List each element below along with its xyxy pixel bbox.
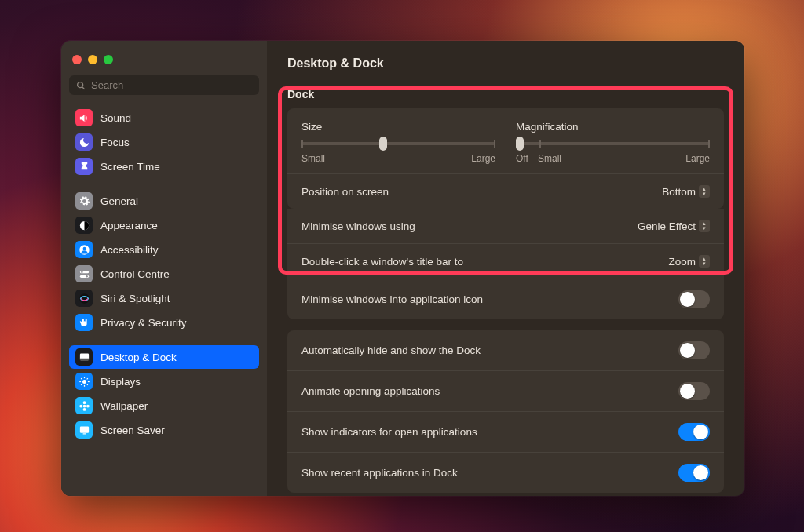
appearance-icon xyxy=(75,217,93,234)
sidebar-item-accessibility[interactable]: Accessibility xyxy=(69,238,259,261)
svg-line-19 xyxy=(86,378,87,379)
sidebar-item-privacy[interactable]: Privacy & Security xyxy=(69,311,259,334)
sidebar-item-appearance[interactable]: Appearance xyxy=(69,213,259,237)
size-max-label: Large xyxy=(471,153,495,164)
magnification-min-label: Small xyxy=(538,153,561,164)
chevron-updown-icon: ▴▾ xyxy=(699,185,710,198)
window-controls xyxy=(69,52,259,75)
sidebar-item-label: Displays xyxy=(100,376,141,388)
animate-opening-label: Animate opening applications xyxy=(302,385,440,397)
position-select[interactable]: Bottom ▴▾ xyxy=(662,185,710,198)
magnification-off-label: Off xyxy=(516,153,538,164)
minimise-using-select[interactable]: Genie Effect ▴▾ xyxy=(638,220,710,232)
minimise-using-value: Genie Effect xyxy=(638,220,696,232)
sidebar-item-label: Sound xyxy=(100,112,131,124)
svg-point-22 xyxy=(82,401,86,404)
minimise-using-label: Minimise windows using xyxy=(302,220,415,232)
svg-line-17 xyxy=(81,378,82,379)
minimize-button[interactable] xyxy=(88,55,97,64)
size-slider-thumb[interactable] xyxy=(379,137,387,151)
minimise-into-icon-row: Minimise windows into application icon xyxy=(287,279,724,319)
svg-point-8 xyxy=(86,275,88,278)
sidebar-item-label: Accessibility xyxy=(100,244,159,256)
search-input[interactable] xyxy=(91,79,253,91)
wallpaper-icon xyxy=(75,397,93,414)
show-recent-toggle[interactable] xyxy=(678,464,710,482)
sidebar-item-focus[interactable]: Focus xyxy=(69,130,259,154)
screen-time-icon xyxy=(75,158,93,175)
double-click-row: Double-click a window's title bar to Zoo… xyxy=(287,244,724,279)
search-field[interactable] xyxy=(69,75,259,95)
dock-panel-2: Automatically hide and show the Dock Ani… xyxy=(287,330,724,493)
svg-line-20 xyxy=(81,384,82,384)
sidebar-nav: SoundFocusScreen TimeGeneralAppearanceAc… xyxy=(69,106,259,453)
sidebar-item-screen-time[interactable]: Screen Time xyxy=(69,155,259,178)
animate-opening-row: Animate opening applications xyxy=(287,371,724,412)
minimise-into-icon-label: Minimise windows into application icon xyxy=(302,293,483,305)
svg-point-21 xyxy=(82,404,86,407)
double-click-label: Double-click a window's title bar to xyxy=(302,256,463,268)
dock-panel-1b: Minimise windows using Genie Effect ▴▾ D… xyxy=(287,209,724,319)
svg-point-24 xyxy=(79,404,82,407)
minimise-using-row: Minimise windows using Genie Effect ▴▾ xyxy=(287,209,724,244)
svg-point-25 xyxy=(86,404,90,407)
siri-icon xyxy=(75,290,93,307)
size-min-label: Small xyxy=(302,153,325,164)
section-title: Dock xyxy=(287,88,724,100)
sidebar-item-label: Wallpaper xyxy=(100,400,148,412)
sidebar-item-label: Siri & Spotlight xyxy=(100,293,170,304)
svg-line-18 xyxy=(86,384,87,384)
search-icon xyxy=(75,80,86,91)
sidebar-item-control-centre[interactable]: Control Centre xyxy=(69,262,259,286)
magnification-slider[interactable] xyxy=(516,142,710,145)
svg-point-12 xyxy=(82,380,86,384)
sidebar-item-wallpaper[interactable]: Wallpaper xyxy=(69,394,259,417)
chevron-updown-icon: ▴▾ xyxy=(699,255,710,268)
show-indicators-label: Show indicators for open applications xyxy=(302,426,477,438)
magnification-slider-group: Magnification Off Small Large xyxy=(516,121,710,164)
sidebar-item-label: Screen Saver xyxy=(100,425,165,436)
svg-point-4 xyxy=(82,246,86,250)
auto-hide-toggle[interactable] xyxy=(678,341,710,359)
close-button[interactable] xyxy=(72,55,82,64)
chevron-updown-icon: ▴▾ xyxy=(699,220,710,232)
sidebar-item-label: Focus xyxy=(100,137,130,148)
magnification-max-label: Large xyxy=(685,153,710,164)
size-slider-group: Size Small Large xyxy=(302,121,495,164)
sidebar-item-label: Appearance xyxy=(100,220,158,231)
animate-opening-toggle[interactable] xyxy=(678,382,710,400)
control-centre-icon xyxy=(75,265,93,282)
focus-icon xyxy=(75,133,93,151)
main-content: Desktop & Dock Dock Size Small Large Mag… xyxy=(267,41,744,496)
settings-window: SoundFocusScreen TimeGeneralAppearanceAc… xyxy=(61,41,744,496)
sidebar-item-label: General xyxy=(100,195,138,207)
magnification-slider-thumb[interactable] xyxy=(516,137,524,151)
minimise-into-icon-toggle[interactable] xyxy=(678,290,710,308)
position-value: Bottom xyxy=(662,186,696,198)
sidebar-item-displays[interactable]: Displays xyxy=(69,370,259,393)
sidebar-item-general[interactable]: General xyxy=(69,189,259,213)
svg-point-7 xyxy=(81,271,83,273)
zoom-button[interactable] xyxy=(104,55,113,64)
sidebar-item-sound[interactable]: Sound xyxy=(69,106,259,129)
sidebar-item-screen-saver[interactable]: Screen Saver xyxy=(69,418,259,442)
sidebar-item-desktop-dock[interactable]: Desktop & Dock xyxy=(69,345,259,369)
show-indicators-toggle[interactable] xyxy=(678,423,710,441)
accessibility-icon xyxy=(75,241,93,258)
size-slider[interactable] xyxy=(302,142,495,145)
privacy-icon xyxy=(75,314,93,331)
sidebar-item-label: Control Centre xyxy=(100,268,170,280)
size-label: Size xyxy=(302,121,495,133)
sidebar-item-siri[interactable]: Siri & Spotlight xyxy=(69,286,259,310)
show-recent-label: Show recent applications in Dock xyxy=(302,467,458,479)
double-click-value: Zoom xyxy=(668,256,696,268)
auto-hide-label: Automatically hide and show the Dock xyxy=(302,344,481,356)
show-indicators-row: Show indicators for open applications xyxy=(287,412,724,453)
auto-hide-row: Automatically hide and show the Dock xyxy=(287,330,724,371)
sound-icon xyxy=(75,109,93,126)
sidebar-item-label: Desktop & Dock xyxy=(100,352,177,363)
double-click-select[interactable]: Zoom ▴▾ xyxy=(668,255,710,268)
page-title: Desktop & Dock xyxy=(287,56,724,71)
svg-point-23 xyxy=(82,408,86,411)
svg-rect-27 xyxy=(82,433,86,434)
